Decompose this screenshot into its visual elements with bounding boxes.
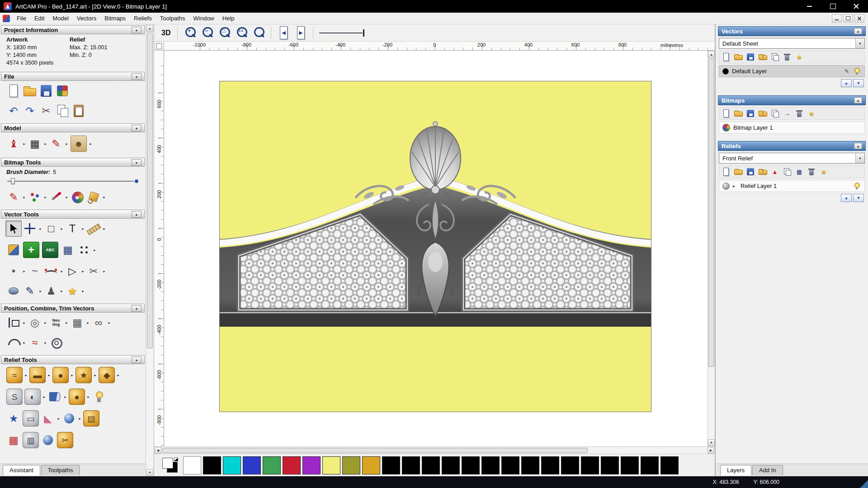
create-star-icon[interactable]: ★ <box>64 283 80 299</box>
palette-swatch-18[interactable] <box>521 456 539 474</box>
new-relief-layer-icon[interactable] <box>721 167 731 177</box>
menu-window[interactable]: Window <box>189 13 218 23</box>
section-header-vector-tools[interactable]: Vector Tools <box>1 210 145 219</box>
slider-thumb[interactable] <box>11 178 15 184</box>
palette-swatch-3[interactable] <box>223 456 241 474</box>
model-texture-flyout-arrow-icon[interactable] <box>43 136 48 152</box>
import-model-icon[interactable] <box>54 83 71 99</box>
menu-vectors[interactable]: Vectors <box>73 13 100 23</box>
palette-swatch-8[interactable] <box>322 456 340 474</box>
section-header-bitmap-tools[interactable]: Bitmap Tools <box>1 158 145 167</box>
palette-swatch-16[interactable] <box>481 456 500 474</box>
wrap-vectors-flyout-arrow-icon[interactable] <box>59 283 64 299</box>
scroll-down-icon[interactable] <box>146 469 153 476</box>
mdi-minimize-icon[interactable] <box>832 14 842 23</box>
weave-relief-icon[interactable]: ◐ <box>24 389 41 405</box>
toggle-all-bitmaps-icon[interactable]: ★ <box>806 108 817 118</box>
nesting-icon[interactable]: Nes ting <box>48 314 64 331</box>
load-relief-icon[interactable] <box>47 389 63 405</box>
canvas-horizontal-scrollbar[interactable] <box>154 446 715 454</box>
relief-grid-icon[interactable]: ▦ <box>794 167 805 177</box>
delete-vector-layer-icon[interactable] <box>782 52 793 62</box>
palette-icon[interactable] <box>69 189 85 205</box>
relief-layer-visibility-icon[interactable] <box>852 182 861 191</box>
toggle-all-vectors-icon[interactable]: ★ <box>794 52 805 62</box>
collapse-icon[interactable] <box>132 125 142 131</box>
erase-vector-flyout-arrow-icon[interactable] <box>102 263 107 279</box>
palette-swatch-20[interactable] <box>561 456 579 474</box>
open-model-icon[interactable] <box>22 83 38 99</box>
menu-toolpaths[interactable]: Toolpaths <box>156 13 189 23</box>
weld-vectors-icon[interactable]: ∞ <box>90 314 107 331</box>
create-text-flyout-arrow-icon[interactable] <box>80 221 85 237</box>
measure-icon[interactable] <box>85 221 102 237</box>
panel-tab-assistant[interactable]: Assistant <box>3 465 40 475</box>
open-relief-layers-icon[interactable] <box>733 167 744 177</box>
create-point-flyout-arrow-icon[interactable] <box>22 263 27 279</box>
collapse-icon[interactable] <box>132 27 142 33</box>
fit-spline-icon[interactable]: ✎ <box>22 283 38 299</box>
import-bitmap-layer-icon[interactable]: ↑ <box>757 108 768 118</box>
menu-model[interactable]: Model <box>48 13 72 23</box>
new-model-icon[interactable] <box>5 83 22 99</box>
menu-reliefs[interactable]: Reliefs <box>130 13 156 23</box>
move-layer-up-icon[interactable] <box>841 79 852 87</box>
primary-secondary-colour-selector[interactable] <box>160 456 181 474</box>
palette-swatch-23[interactable] <box>621 456 639 474</box>
collapse-icon[interactable] <box>132 357 142 363</box>
create-polygon-icon[interactable]: ▷ <box>64 263 80 279</box>
move-layer-down-icon[interactable] <box>853 79 864 87</box>
transform-vectors-flyout-arrow-icon[interactable] <box>38 221 43 237</box>
paint-selective-icon[interactable] <box>27 189 43 205</box>
palette-swatch-5[interactable] <box>263 456 281 474</box>
scrollbar-thumb[interactable] <box>708 59 714 367</box>
scrollbar-thumb[interactable] <box>162 448 588 453</box>
zoom-100-icon[interactable]: 1:1 <box>233 25 250 41</box>
palette-swatch-10[interactable] <box>362 456 380 474</box>
scroll-left-icon[interactable] <box>155 447 161 454</box>
next-view-icon[interactable]: ▶ <box>292 25 309 41</box>
swap-colours-icon[interactable] <box>174 457 178 461</box>
paint-selective-flyout-arrow-icon[interactable] <box>43 189 48 205</box>
smooth-relief-icon[interactable]: ≈ <box>6 367 23 383</box>
zoom-fit-icon[interactable] <box>250 25 267 41</box>
fit-spline-flyout-arrow-icon[interactable] <box>38 283 43 299</box>
snap-to-layer-icon[interactable]: ✎ <box>842 67 851 76</box>
line-width-cursor[interactable] <box>363 29 364 37</box>
fillet-vectors-icon[interactable]: ≈ <box>27 334 43 351</box>
palette-swatch-7[interactable] <box>302 456 321 474</box>
create-boundary-icon[interactable]: + <box>23 242 39 258</box>
offset-vectors-icon[interactable] <box>5 283 22 299</box>
collapse-icon[interactable] <box>132 73 142 80</box>
sheet-selector-dropdown[interactable]: Default Sheet <box>719 38 865 49</box>
face-wizard-flyout-arrow-icon[interactable] <box>88 136 93 152</box>
create-text-icon[interactable]: T <box>64 221 80 237</box>
toggle-3d-view-button[interactable]: 3D <box>159 28 173 38</box>
align-vectors-icon[interactable] <box>5 314 22 331</box>
palette-swatch-9[interactable] <box>342 456 360 474</box>
create-rectangle-icon[interactable]: □ <box>43 221 59 237</box>
palette-swatch-4[interactable] <box>243 456 261 474</box>
palette-swatch-22[interactable] <box>601 456 619 474</box>
collapse-icon[interactable] <box>132 211 142 218</box>
close-icon[interactable] <box>844 0 868 13</box>
maximize-icon[interactable] <box>821 0 844 13</box>
create-polygon-flyout-arrow-icon[interactable] <box>80 263 85 279</box>
toggle-all-reliefs-icon[interactable]: ★ <box>818 167 829 177</box>
duplicate-vector-layer-icon[interactable] <box>769 52 780 62</box>
sculpt-relief-flyout-arrow-icon[interactable] <box>70 367 75 383</box>
deposit-relief-icon[interactable]: ★ <box>75 367 92 383</box>
spin-relief-icon[interactable]: S <box>6 389 23 405</box>
resize-grip[interactable] <box>860 480 868 488</box>
minimize-icon[interactable] <box>797 0 821 13</box>
merge-bitmap-layers-icon[interactable]: → <box>782 108 793 118</box>
palette-swatch-2[interactable] <box>203 456 221 474</box>
menu-help[interactable]: Help <box>218 13 239 23</box>
block-array-icon[interactable]: ▦ <box>69 314 85 331</box>
flatten-relief-flyout-arrow-icon[interactable] <box>47 367 52 383</box>
create-spiral-icon[interactable] <box>48 334 64 351</box>
save-bitmap-layers-icon[interactable] <box>745 108 756 118</box>
flood-fill-flyout-arrow-icon[interactable] <box>102 189 107 205</box>
ruler-origin-icon[interactable] <box>154 42 164 51</box>
slider-track[interactable] <box>7 181 134 182</box>
